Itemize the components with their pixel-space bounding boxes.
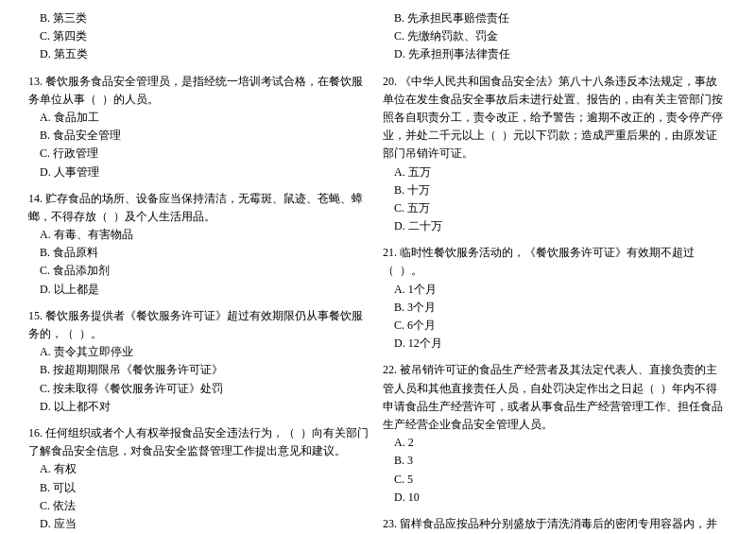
q21-option-b: B. 3个月 bbox=[383, 299, 728, 317]
q15-option-b: B. 按超期期限吊《餐饮服务许可证》 bbox=[28, 361, 373, 379]
question-20-text: 20. 《中华人民共和国食品安全法》第八十八条违反本法规定，事故单位在发生食品安… bbox=[383, 73, 728, 164]
q13-option-a: A. 食品加工 bbox=[28, 109, 373, 127]
option-c-fourth: C. 第四类 bbox=[28, 27, 373, 45]
q15-option-d: D. 以上都不对 bbox=[28, 398, 373, 416]
question-22-text: 22. 被吊销许可证的食品生产经营者及其法定代表人、直接负责的主管人员和其他直接… bbox=[383, 361, 728, 434]
two-column-layout: B. 第三类 C. 第四类 D. 第五类 13. 餐饮服务食品安全管理员，是指经… bbox=[28, 9, 728, 534]
question-13-text: 13. 餐饮服务食品安全管理员，是指经统一培训考试合格，在餐饮服务单位从事（ ）… bbox=[28, 73, 373, 109]
q16-option-b: B. 可以 bbox=[28, 479, 373, 497]
q16-option-d: D. 应当 bbox=[28, 515, 373, 533]
q13-option-b: B. 食品安全管理 bbox=[28, 127, 373, 145]
question-20: 20. 《中华人民共和国食品安全法》第八十八条违反本法规定，事故单位在发生食品安… bbox=[383, 73, 728, 236]
q15-option-c: C. 按未取得《餐饮服务许可证》处罚 bbox=[28, 380, 373, 398]
question-21: 21. 临时性餐饮服务活动的，《餐饮服务许可证》有效期不超过（ ）。 A. 1个… bbox=[383, 244, 728, 353]
q16-option-c: C. 依法 bbox=[28, 497, 373, 515]
q20-option-a: A. 五万 bbox=[383, 164, 728, 181]
q22-option-c: C. 5 bbox=[383, 471, 728, 489]
q22-option-a: A. 2 bbox=[383, 434, 728, 452]
q19-option-b: B. 先承担民事赔偿责任 bbox=[383, 9, 728, 27]
q19-option-d: D. 先承担刑事法律责任 bbox=[383, 45, 728, 63]
q20-option-c: C. 五万 bbox=[383, 199, 728, 217]
q14-option-d: D. 以上都是 bbox=[28, 281, 373, 299]
q20-option-b: B. 十万 bbox=[383, 181, 728, 199]
q21-option-a: A. 1个月 bbox=[383, 281, 728, 299]
q15-option-a: A. 责令其立即停业 bbox=[28, 343, 373, 361]
question-15-text: 15. 餐饮服务提供者《餐饮服务许可证》超过有效期限仍从事餐饮服务的，（ ）。 bbox=[28, 307, 373, 343]
question-13: 13. 餐饮服务食品安全管理员，是指经统一培训考试合格，在餐饮服务单位从事（ ）… bbox=[28, 73, 373, 181]
q21-option-c: C. 6个月 bbox=[383, 317, 728, 335]
q21-option-d: D. 12个月 bbox=[383, 335, 728, 353]
question-14: 14. 贮存食品的场所、设备应当保持清洁，无霉斑、鼠迹、苍蝇、蟑螂，不得存放（ … bbox=[28, 190, 373, 299]
q14-option-c: C. 食品添加剂 bbox=[28, 262, 373, 280]
question-block-bcde: B. 第三类 C. 第四类 D. 第五类 bbox=[28, 9, 373, 64]
q19-option-c: C. 先缴纳罚款、罚金 bbox=[383, 27, 728, 45]
right-column: B. 先承担民事赔偿责任 C. 先缴纳罚款、罚金 D. 先承担刑事法律责任 20… bbox=[383, 9, 728, 534]
q14-option-a: A. 有毒、有害物品 bbox=[28, 226, 373, 244]
question-19-continued: B. 先承担民事赔偿责任 C. 先缴纳罚款、罚金 D. 先承担刑事法律责任 bbox=[383, 9, 728, 64]
q14-option-b: B. 食品原料 bbox=[28, 244, 373, 262]
option-b-third: B. 第三类 bbox=[28, 9, 373, 27]
q13-option-d: D. 人事管理 bbox=[28, 164, 373, 181]
q22-option-b: B. 3 bbox=[383, 452, 728, 470]
question-16-text: 16. 任何组织或者个人有权举报食品安全违法行为，（ ）向有关部门了解食品安全信… bbox=[28, 424, 373, 460]
option-d-fifth: D. 第五类 bbox=[28, 45, 373, 63]
q16-option-a: A. 有权 bbox=[28, 460, 373, 478]
question-22: 22. 被吊销许可证的食品生产经营者及其法定代表人、直接负责的主管人员和其他直接… bbox=[383, 361, 728, 507]
question-16: 16. 任何组织或者个人有权举报食品安全违法行为，（ ）向有关部门了解食品安全信… bbox=[28, 424, 373, 533]
q22-option-d: D. 10 bbox=[383, 489, 728, 507]
question-15: 15. 餐饮服务提供者《餐饮服务许可证》超过有效期限仍从事餐饮服务的，（ ）。 … bbox=[28, 307, 373, 416]
left-column: B. 第三类 C. 第四类 D. 第五类 13. 餐饮服务食品安全管理员，是指经… bbox=[28, 9, 373, 534]
q13-option-c: C. 行政管理 bbox=[28, 145, 373, 163]
q20-option-d: D. 二十万 bbox=[383, 217, 728, 235]
question-23-text: 23. 留样食品应按品种分别盛放于清洗消毒后的密闭专用容器内，并放置在专用冷藏设… bbox=[383, 515, 728, 534]
page-content: B. 第三类 C. 第四类 D. 第五类 13. 餐饮服务食品安全管理员，是指经… bbox=[28, 9, 728, 534]
question-21-text: 21. 临时性餐饮服务活动的，《餐饮服务许可证》有效期不超过（ ）。 bbox=[383, 244, 728, 280]
question-14-text: 14. 贮存食品的场所、设备应当保持清洁，无霉斑、鼠迹、苍蝇、蟑螂，不得存放（ … bbox=[28, 190, 373, 226]
question-23: 23. 留样食品应按品种分别盛放于清洗消毒后的密闭专用容器内，并放置在专用冷藏设… bbox=[383, 515, 728, 534]
